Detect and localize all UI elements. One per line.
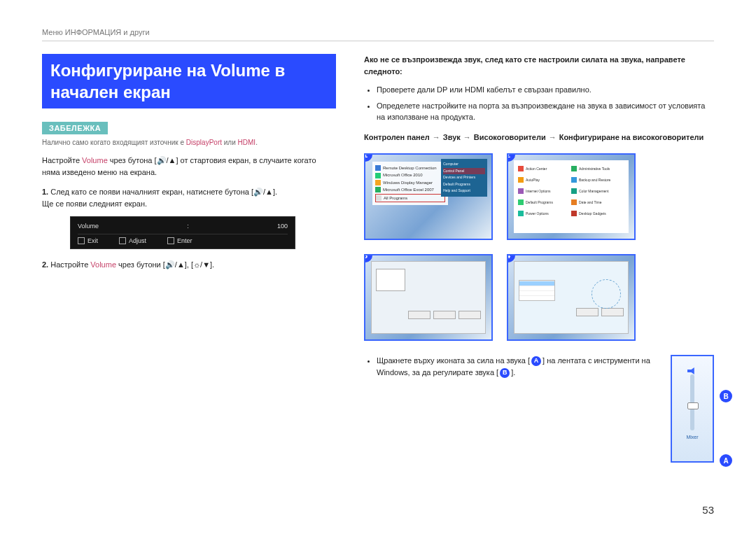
config-list [519,280,555,301]
speaker-setup-window [514,261,629,334]
right-bullets: Проверете дали DP или HDMI кабелът е свъ… [364,84,714,123]
note-post: . [255,139,258,146]
page-title: Конфигуриране на Volume в начален екран [42,54,336,108]
cp-icon [571,188,577,194]
side-item-hl: Control Panel [443,168,485,175]
dlg-button [458,311,481,319]
note-pre: Налично само когато входящият източник е [42,139,186,146]
steps-list: 1. След като се появи началният екран, н… [42,186,336,209]
side-item: Devices and Printers [443,174,485,181]
menu-item: Microsoft Office 2010 [383,172,423,178]
app-icon [375,180,381,185]
speaker-icon [687,367,697,374]
arrow-icon: → [433,133,440,141]
cp-icon [571,199,577,205]
osd-value: 100 [277,223,288,230]
enter-icon [167,237,174,244]
header-breadcrumb: Меню ИНФОРМАЦИЯ и други [42,28,714,41]
arrow-icon: → [463,133,471,141]
screenshot-2: 2 Action Center Administrative Tools Aut… [507,153,636,240]
menu-item: Remote Desktop Connection [383,165,437,171]
path-4: Конфигуриране на високоговорители [559,133,704,141]
app-icon [375,187,381,192]
cp-icon [571,177,577,183]
adjust-icon [119,237,126,244]
step1a: След като се появи началният екран, нати… [50,188,277,196]
page-number: 53 [702,504,714,516]
cp-icon [518,177,524,183]
step-2: 2. Настройте Volume чрез бутони [🔊/▲], [… [42,259,336,271]
cp-icon [571,166,577,171]
cp-icon [571,211,577,216]
callout-b: B [720,390,732,402]
osd-volume-bar: Volume : 100 Exit Adjust Enter [70,216,295,249]
cp-item: Color Management [579,189,609,193]
cp-icon [518,166,524,171]
left-column: Конфигуриране на Volume в начален екран … [42,54,336,463]
step-1: 1. След като се появи началният екран, н… [42,186,336,209]
speaker-diagram [592,279,621,309]
osd-exit: Exit [78,237,98,244]
intro-paragraph: Настройте Volume чрез бутона [🔊/▲] от ст… [42,155,336,178]
volume-thumb [687,402,699,409]
dlg-button [576,308,598,316]
cp-item: Internet Options [526,189,551,193]
bottom-row: Щракнете върху иконата за сила на звука … [364,355,714,463]
volume-track [690,374,694,430]
callout-a: A [720,454,732,467]
exit-icon [78,237,85,244]
step2-hl: Volume [90,260,116,269]
app-icon [375,173,381,178]
intro-a: Настройте [42,156,82,164]
bullet-1: Проверете дали DP или HDMI кабелът е свъ… [377,84,714,96]
step2a: Настройте [50,260,90,269]
cp-item: Default Programs [526,200,553,204]
side-item: Help and Support [443,188,485,195]
bottom-text: Щракнете върху иконата за сила на звука … [364,355,654,382]
osd-enter: Enter [167,237,192,244]
step2b: чрез бутони [🔊/▲], [☼/▼]. [116,260,214,269]
start-menu-list: Remote Desktop Connection Microsoft Offi… [372,162,448,205]
menu-item: Windows Display Manager [383,180,433,185]
sound-window [371,261,486,334]
screenshot-1: 1 Remote Desktop Connection Microsoft Of… [364,153,493,240]
cp-item: Action Center [526,167,547,171]
step1-num: 1. [42,188,48,196]
cp-icon [518,199,524,205]
intro-hl: Volume [82,156,108,164]
cp-item: Desktop Gadgets [579,211,606,216]
settings-path: Контролен панел→Звук→Високоговорители→Ко… [364,132,714,144]
badge-1: 1 [364,153,372,162]
label-b-inline: B [500,368,510,378]
arrow-icon: → [549,133,556,141]
device-thumb [376,269,405,291]
screenshot-3: 3 [364,254,493,341]
control-panel-grid: Action Center Administrative Tools AutoP… [514,160,629,233]
cp-item: Power Options [526,211,549,216]
path-2: Звук [443,133,461,141]
content-columns: Конфигуриране на Volume в начален екран … [42,54,714,463]
dlg-button [433,311,456,319]
cp-icon [518,188,524,194]
bottom-bullet: Щракнете върху иконата за сила на звука … [377,355,654,378]
note-hl2: HDMI [238,139,256,146]
bt1: Щракнете върху иконата за сила на звука … [377,356,530,365]
step1b: Ще се появи следният екран. [42,199,147,208]
right-column: Ако не се възпроизвежда звук, след като … [364,54,714,463]
cp-item: AutoPlay [526,178,540,182]
osd-label: Volume [78,223,99,230]
screenshot-4: 4 [507,254,636,341]
volume-flyout: Mixer [671,355,714,463]
start-menu-side: Computer Control Panel Devices and Print… [441,159,487,197]
note-block: ЗАБЕЛЕЖКА Налично само когато входящият … [42,121,336,146]
app-icon [375,165,381,171]
bt3: ]. [511,368,515,377]
page: Меню ИНФОРМАЦИЯ и други Конфигуриране на… [0,0,756,534]
all-programs: All Programs [384,195,407,201]
note-badge: ЗАБЕЛЕЖКА [42,122,108,134]
volume-widget-wrap: Mixer B A [671,355,714,463]
dlg-button [408,311,430,319]
note-text: Налично само когато входящият източник е… [42,139,336,146]
path-1: Контролен панел [364,133,430,141]
right-lead: Ако не се възпроизвежда звук, след като … [364,54,714,77]
